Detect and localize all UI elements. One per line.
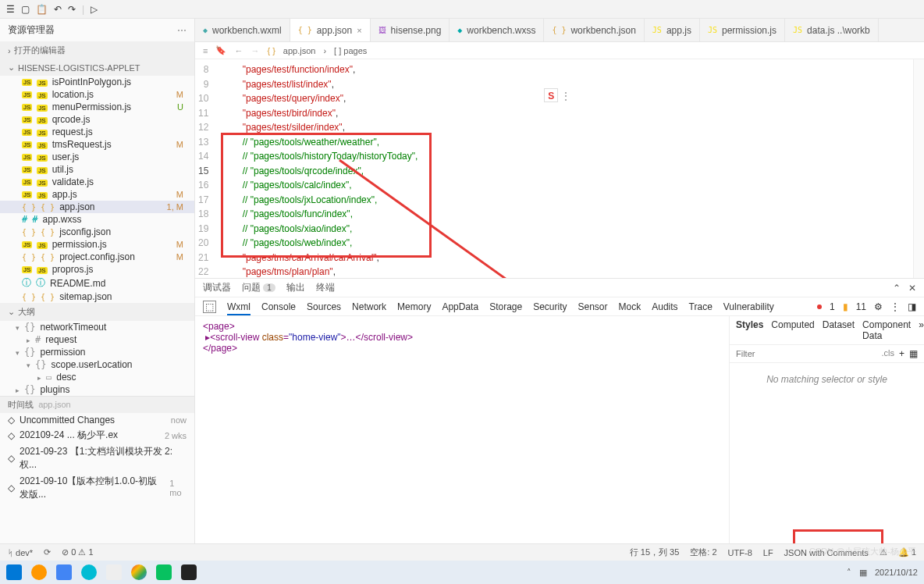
devtools-tab-console[interactable]: Console bbox=[261, 301, 296, 312]
cursor-pos[interactable]: 行 15，列 35 bbox=[630, 547, 680, 558]
warn-count[interactable]: 11 bbox=[856, 301, 866, 312]
editor-tab[interactable]: { }workbench.json bbox=[544, 19, 644, 41]
wechat-icon[interactable] bbox=[156, 564, 172, 580]
menu-icon[interactable]: ☰ bbox=[6, 4, 15, 15]
devtools-icon[interactable] bbox=[181, 564, 197, 580]
file-item[interactable]: sitemap.json bbox=[0, 290, 194, 303]
devtools-tab-wxml[interactable]: Wxml bbox=[227, 301, 251, 315]
project-section[interactable]: ⌄ HISENSE-LOGISTICS-APPLET bbox=[0, 59, 194, 76]
dock-icon[interactable]: ◨ bbox=[908, 301, 916, 312]
bookmark-icon[interactable]: 🔖 bbox=[215, 45, 226, 55]
tab-debugger[interactable]: 调试器 bbox=[203, 281, 231, 294]
more-icon[interactable]: ⋮ bbox=[890, 301, 900, 312]
redo-icon[interactable]: ↷ bbox=[68, 4, 76, 15]
file-item[interactable]: app.jsM bbox=[0, 188, 194, 201]
styles-tab[interactable]: Styles bbox=[736, 319, 763, 341]
file-item[interactable]: location.jsM bbox=[0, 88, 194, 101]
add-style-icon[interactable]: + bbox=[899, 348, 904, 359]
sync-icon[interactable]: ⟳ bbox=[44, 547, 51, 557]
tray-icon[interactable]: ▦ bbox=[859, 568, 867, 578]
windows-icon[interactable] bbox=[6, 564, 22, 580]
styles-tab[interactable]: Computed bbox=[771, 319, 814, 341]
timeline-item[interactable]: ◇2021-09-10【版本控制1.0.0-初版发版...1 mo bbox=[0, 473, 194, 503]
devtools-tab-trace[interactable]: Trace bbox=[689, 301, 713, 312]
file-item[interactable]: qrcode.js bbox=[0, 113, 194, 126]
cls-toggle[interactable]: .cls bbox=[881, 348, 894, 359]
undo-icon[interactable]: ↶ bbox=[54, 4, 62, 15]
timeline-header[interactable]: 时间线 app.json bbox=[0, 397, 194, 413]
list-icon[interactable]: ≡ bbox=[203, 46, 208, 55]
outline-item[interactable]: #request bbox=[0, 333, 194, 346]
file-item[interactable]: request.js bbox=[0, 126, 194, 138]
tab-terminal[interactable]: 终端 bbox=[316, 281, 335, 294]
styles-filter-input[interactable] bbox=[736, 348, 876, 359]
play-icon[interactable]: ▷ bbox=[91, 4, 98, 15]
app-icon[interactable] bbox=[106, 564, 122, 580]
file-item[interactable]: permission.jsM bbox=[0, 238, 194, 251]
devtools-tab-sensor[interactable]: Sensor bbox=[578, 301, 608, 312]
minimap[interactable] bbox=[913, 59, 924, 278]
app-icon[interactable] bbox=[81, 564, 97, 580]
code-editor[interactable]: 89101112131415161718192021222324252627 S… bbox=[195, 59, 924, 278]
editor-tab[interactable]: ◆workbench.wxss bbox=[450, 19, 544, 41]
crumb-path[interactable]: [ ] pages bbox=[334, 46, 367, 55]
error-count[interactable]: 1 bbox=[830, 301, 835, 312]
clock[interactable]: 2021/10/12 bbox=[875, 568, 918, 577]
timeline-item[interactable]: ◇202109-24 ... 杨少平.ex2 wks bbox=[0, 427, 194, 443]
outline-item[interactable]: {}permission bbox=[0, 346, 194, 358]
file-item[interactable]: project.config.jsonM bbox=[0, 251, 194, 263]
outline-item[interactable]: {}plugins bbox=[0, 383, 194, 396]
eol[interactable]: LF bbox=[763, 548, 773, 557]
outline-item[interactable]: {}networkTimeout bbox=[0, 321, 194, 333]
tab-output[interactable]: 输出 bbox=[286, 281, 305, 294]
more-icon[interactable]: ⋯ bbox=[177, 25, 187, 36]
tray-chevron-icon[interactable]: ˄ bbox=[847, 568, 851, 578]
forward-icon[interactable]: → bbox=[251, 46, 259, 55]
tab-problems[interactable]: 问题 1 bbox=[242, 281, 275, 294]
devtools-tab-audits[interactable]: Audits bbox=[652, 301, 677, 312]
file-item[interactable]: validate.js bbox=[0, 176, 194, 188]
close-icon[interactable]: ✕ bbox=[908, 283, 916, 294]
crumb-file[interactable]: app.json bbox=[283, 46, 316, 55]
devtools-tab-mock[interactable]: Mock bbox=[619, 301, 641, 312]
devtools-tab-vulnerability[interactable]: Vulnerability bbox=[723, 301, 774, 312]
devtools-tab-appdata[interactable]: AppData bbox=[442, 301, 478, 312]
file-item[interactable]: README.md bbox=[0, 276, 194, 290]
file-item[interactable]: app.wxss bbox=[0, 213, 194, 226]
file-item[interactable]: isPointInPolygon.js bbox=[0, 76, 194, 88]
editor-tab[interactable]: 🖼hisense.png bbox=[371, 19, 450, 41]
devtools-tab-sources[interactable]: Sources bbox=[307, 301, 341, 312]
editor-tab[interactable]: JSpermission.js bbox=[700, 19, 785, 41]
outline-item[interactable]: ▭desc bbox=[0, 371, 194, 383]
chrome-icon[interactable] bbox=[131, 564, 147, 580]
timeline-item[interactable]: ◇Uncommitted Changesnow bbox=[0, 413, 194, 427]
problems[interactable]: ⊘ 0 ⚠ 1 bbox=[62, 547, 93, 557]
editor-tab[interactable]: JSdata.js ..\workb bbox=[785, 19, 879, 41]
file-item[interactable]: app.json1, M bbox=[0, 201, 194, 213]
branch[interactable]: ᛋ dev* bbox=[8, 548, 33, 557]
styles-tab[interactable]: Component Data bbox=[862, 319, 911, 341]
more-icon[interactable]: » bbox=[919, 319, 924, 341]
gear-icon[interactable]: ⚙ bbox=[874, 301, 883, 312]
file-item[interactable]: propros.js bbox=[0, 263, 194, 276]
devtools-tab-network[interactable]: Network bbox=[352, 301, 386, 312]
chevron-up-icon[interactable]: ⌃ bbox=[893, 283, 901, 294]
encoding[interactable]: UTF-8 bbox=[728, 548, 752, 557]
clipboard-icon[interactable]: 📋 bbox=[36, 4, 48, 15]
devtools-tab-security[interactable]: Security bbox=[533, 301, 567, 312]
file-item[interactable]: jsconfig.json bbox=[0, 226, 194, 238]
file-item[interactable]: menuPermission.jsU bbox=[0, 101, 194, 113]
devtools-tab-memory[interactable]: Memory bbox=[397, 301, 431, 312]
devtools-tab-storage[interactable]: Storage bbox=[489, 301, 522, 312]
timeline-item[interactable]: ◇2021-09-23 【1:文档培训模块开发 2:权... bbox=[0, 443, 194, 473]
file-item[interactable]: user.js bbox=[0, 151, 194, 163]
outline-item[interactable]: {}scope.userLocation bbox=[0, 358, 194, 371]
editor-tab[interactable]: JSapp.js bbox=[645, 19, 700, 41]
inspect-icon[interactable]: ⬚ bbox=[203, 301, 216, 313]
open-editors-section[interactable]: › 打开的编辑器 bbox=[0, 41, 194, 59]
box-icon[interactable]: ▢ bbox=[21, 4, 30, 15]
editor-tab[interactable]: ◆workbench.wxml bbox=[195, 19, 290, 41]
box-model-icon[interactable]: ▦ bbox=[909, 348, 918, 359]
elements-panel[interactable]: <page> ▸<scroll-view class="home-view">…… bbox=[195, 316, 729, 543]
app-icon[interactable] bbox=[31, 564, 47, 580]
